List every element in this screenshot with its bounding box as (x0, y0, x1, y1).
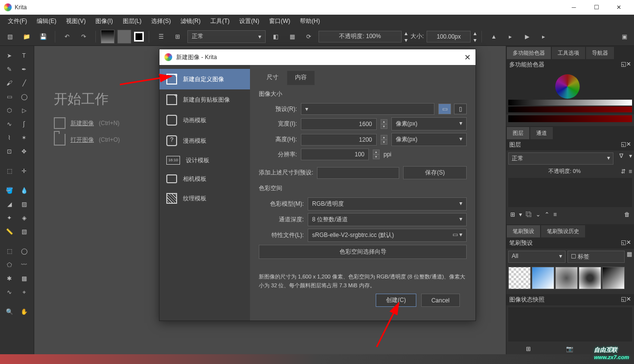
workspace-icon[interactable]: ▣ (617, 30, 631, 43)
dynamic-brush-icon[interactable]: ⌇ (2, 131, 17, 145)
preset-airbrush[interactable] (579, 267, 601, 289)
transform-tool-icon[interactable]: ⊡ (2, 145, 17, 158)
color-strip2[interactable] (508, 107, 632, 112)
color-picker-icon[interactable]: 💧 (17, 184, 31, 197)
color-strip1[interactable] (508, 100, 632, 106)
brush-settings-icon[interactable]: ☰ (154, 30, 168, 43)
menu-image[interactable]: 图像(I) (91, 16, 117, 27)
menu-layer[interactable]: 图层(L) (118, 16, 147, 27)
duplicate-layer-icon[interactable]: ⿻ (526, 211, 532, 218)
resolution-spinner[interactable]: ▴▾ (373, 150, 380, 159)
select-poly-icon[interactable]: ⬠ (2, 258, 17, 272)
orientation-portrait[interactable]: ▯ (454, 104, 467, 114)
snapshot-add-icon[interactable]: ⊞ (526, 345, 531, 352)
close-button[interactable]: ✕ (608, 0, 630, 15)
layer-filter-arrow-icon[interactable]: ▾ (629, 152, 632, 165)
panel-close-icon[interactable]: ✕ (626, 61, 631, 69)
mirror-h-arrow-icon[interactable]: ▸ (503, 30, 517, 43)
freehand-path-icon[interactable]: ʃ (17, 117, 31, 131)
delete-layer-icon[interactable]: 🗑 (624, 211, 630, 218)
line-tool-icon[interactable]: ╱ (17, 76, 31, 90)
width-spinner[interactable]: ▴▾ (381, 119, 387, 129)
layer-opacity-spin[interactable]: ⇵ (621, 168, 626, 175)
measure-tool-icon[interactable]: 📏 (2, 225, 17, 238)
snapshot-close-icon[interactable]: ✕ (626, 296, 631, 304)
sidebar-texture-template[interactable]: 纹理模板 (159, 188, 250, 209)
select-bezier-icon[interactable]: ∿ (2, 285, 17, 299)
mirror-v-icon[interactable]: ▶ (520, 30, 534, 43)
menu-window[interactable]: 窗口(W) (264, 16, 295, 27)
zoom-tool-icon[interactable]: 🔍 (2, 305, 17, 319)
presets-close-icon[interactable]: ✕ (626, 239, 631, 247)
dialog-tab-content[interactable]: 内容 (287, 71, 315, 85)
menu-view[interactable]: 视图(V) (61, 16, 91, 27)
preset-filter-select[interactable]: All▾ (508, 251, 566, 263)
dialog-close-icon[interactable]: ✕ (464, 53, 471, 62)
alpha-lock-icon[interactable]: ▦ (285, 30, 299, 43)
redo-icon[interactable]: ↷ (77, 30, 91, 43)
save-file-icon[interactable]: 💾 (36, 30, 50, 43)
layer-filter-icon[interactable]: ∇ (615, 152, 627, 165)
preset-soft[interactable] (555, 267, 578, 289)
move-tool-icon[interactable]: ✥ (17, 145, 31, 158)
opacity-input[interactable] (318, 31, 402, 43)
preset-select[interactable]: ▾ (301, 103, 434, 115)
calligraphy-icon[interactable]: ✒ (17, 63, 31, 76)
arrow-tool-icon[interactable]: ➤ (2, 49, 17, 63)
color-bar[interactable] (508, 115, 632, 122)
width-input[interactable] (301, 118, 377, 130)
brush-tool-icon[interactable]: 🖌 (2, 76, 17, 90)
select-ellipse-icon[interactable]: ◯ (17, 244, 31, 258)
preset-pencil[interactable] (532, 267, 554, 289)
reference-tool-icon[interactable]: ▧ (17, 225, 31, 238)
layer-props2-icon[interactable]: ≡ (553, 211, 557, 218)
save-preset-button[interactable]: 保存(S) (403, 166, 467, 179)
assist-tool-icon[interactable]: ◈ (17, 211, 31, 225)
new-file-icon[interactable]: ▧ (3, 30, 17, 43)
move-down-icon[interactable]: ⌄ (536, 211, 541, 218)
tab-color-pic

[interactable]: 多功能拾色器 (507, 47, 551, 59)
channel-depth-select[interactable]: 8 位整数/通道▾ (308, 213, 467, 226)
tab-brush-presets[interactable]: 笔刷预设 (507, 225, 540, 237)
menu-file[interactable]: 文件(F) (3, 16, 32, 27)
reload-icon[interactable]: ⟳ (302, 30, 316, 43)
select-contiguous-icon[interactable]: ✱ (2, 272, 17, 285)
select-similar-icon[interactable]: ▩ (17, 272, 31, 285)
pattern-swatch[interactable] (117, 30, 131, 43)
start-open-link[interactable]: 打开图像 (Ctrl+O) (54, 134, 120, 146)
tab-brush-history[interactable]: 笔刷预设历史 (541, 225, 585, 237)
snapshot-float-icon[interactable]: ◱ (621, 296, 626, 304)
menu-settings[interactable]: 设置(N) (234, 16, 264, 27)
brush-presets-icon[interactable]: ⊞ (171, 30, 184, 43)
sidebar-anim-template[interactable]: 动画模板 (159, 110, 250, 130)
polygon-tool-icon[interactable]: ▷ (17, 104, 31, 117)
ellipse-tool-icon[interactable]: ◯ (17, 90, 31, 104)
select-rect-icon[interactable]: ⬚ (2, 244, 17, 258)
preset-view-icon[interactable]: ▦ (627, 251, 632, 263)
create-button[interactable]: 创建(C) (376, 294, 416, 307)
menu-tools[interactable]: 工具(T) (205, 16, 234, 27)
pan-tool-icon[interactable]: ✋ (17, 305, 31, 319)
tab-channels[interactable]: 通道 (530, 127, 553, 139)
snapshot-camera-icon[interactable]: 📷 (566, 345, 573, 352)
tab-navigator[interactable]: 导航器 (586, 47, 614, 59)
rect-tool-icon[interactable]: ▭ (2, 90, 17, 104)
color-swap-icon[interactable] (134, 32, 144, 42)
orientation-landscape[interactable]: ▭ (438, 104, 451, 114)
addpreset-input[interactable] (317, 167, 399, 179)
sidebar-design-template[interactable]: 16:10设计模板 (159, 151, 250, 170)
dialog-tab-size[interactable]: 尺寸 (259, 71, 286, 85)
sidebar-custom-image[interactable]: 新建自定义图像 (159, 69, 250, 89)
sidebar-clipboard-image[interactable]: 新建自剪贴板图像 (159, 89, 250, 110)
mirror-h-icon[interactable]: ▲ (487, 30, 500, 43)
eraser-icon[interactable]: ◧ (269, 30, 282, 43)
sidebar-comic-template[interactable]: ?漫画模板 (159, 130, 250, 151)
preset-ink[interactable] (602, 267, 625, 289)
menu-edit[interactable]: 编辑(E) (32, 16, 61, 27)
menu-select[interactable]: 选择(S) (146, 16, 176, 27)
preset-tag-input[interactable]: ☐ 标签 (567, 251, 625, 263)
undo-icon[interactable]: ↶ (60, 30, 74, 43)
color-wizard-button[interactable]: 色彩空间选择向导 (259, 245, 467, 259)
add-layer-icon[interactable]: ⊞ (510, 211, 515, 218)
color-picker-panel[interactable] (506, 70, 634, 114)
